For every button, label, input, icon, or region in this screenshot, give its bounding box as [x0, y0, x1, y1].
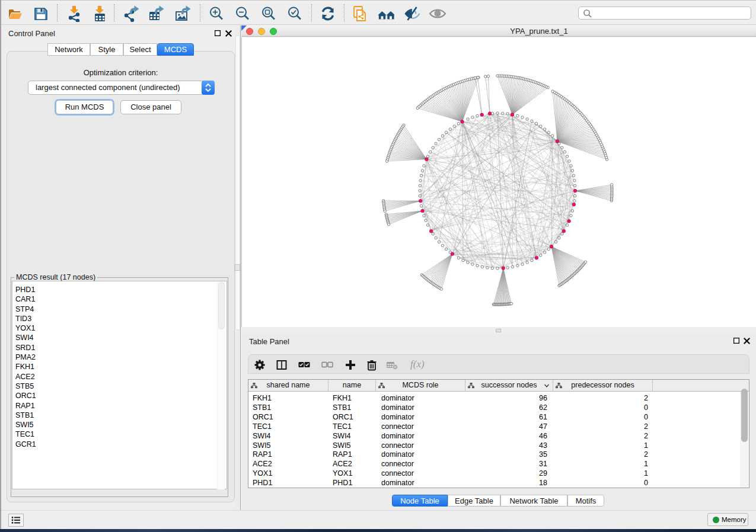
svg-text:f(x): f(x)	[410, 358, 425, 370]
